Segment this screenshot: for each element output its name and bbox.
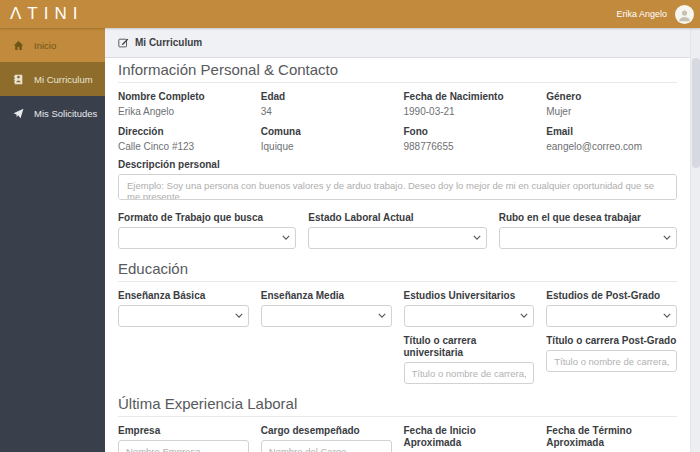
field-value: 988776655	[404, 141, 535, 153]
field-label: Fecha de Nacimiento	[404, 91, 535, 103]
experience-grid: Empresa Cargo desempeñado Fecha de Inici…	[118, 425, 677, 452]
estudios-postgrado-select[interactable]	[546, 305, 677, 327]
field-label: Estudios Universitarios	[404, 290, 535, 302]
sidebar-item-mis-solicitudes[interactable]: Mis Solicitudes	[0, 96, 105, 130]
field-estado-laboral: Estado Laboral Actual	[308, 212, 486, 249]
home-icon	[13, 40, 24, 51]
field-titulo-universitario: Título o carrera universitaria	[404, 335, 535, 384]
work-preference-selects: Formato de Trabajo que busca Estado Labo…	[118, 212, 677, 249]
field-fono: Fono 988776655	[404, 126, 535, 153]
titulo-postgrado-input[interactable]	[546, 350, 677, 372]
breadcrumb: Mi Curriculum	[105, 28, 690, 58]
field-value: 34	[261, 106, 392, 118]
field-label: Fono	[404, 126, 535, 138]
personal-fields-grid: Nombre Completo Erika Angelo Edad 34 Fec…	[118, 91, 677, 153]
field-label: Formato de Trabajo que busca	[118, 212, 296, 224]
field-ensenanza-media: Enseñanza Media	[261, 290, 392, 327]
field-label: Fecha de Inicio Aproximada	[404, 425, 535, 449]
field-label: Edad	[261, 91, 392, 103]
descripcion-personal-label: Descripción personal	[118, 159, 677, 171]
person-icon	[678, 9, 691, 22]
ensenanza-basica-select[interactable]	[118, 305, 249, 327]
field-comuna: Comuna Iquique	[261, 126, 392, 153]
app-logo: ΛTINI	[0, 0, 83, 28]
field-label: Email	[546, 126, 677, 138]
descripcion-personal-textarea[interactable]	[118, 174, 677, 200]
field-rubo: Rubo en el que desea trabajar	[499, 212, 677, 249]
edit-icon	[118, 37, 129, 48]
field-value: Erika Angelo	[118, 106, 249, 118]
field-edad: Edad 34	[261, 91, 392, 118]
sidebar-item-label: Mi Curriculum	[34, 74, 93, 85]
header-user-area: Erika Angelo	[616, 5, 700, 24]
field-email: Email eangelo@correo.com	[546, 126, 677, 153]
field-formato-trabajo: Formato de Trabajo que busca	[118, 212, 296, 249]
field-cargo: Cargo desempeñado	[261, 425, 392, 452]
formato-trabajo-select[interactable]	[118, 227, 296, 249]
field-nombre-completo: Nombre Completo Erika Angelo	[118, 91, 249, 118]
field-label: Nombre Completo	[118, 91, 249, 103]
estudios-universitarios-select[interactable]	[404, 305, 535, 327]
field-value: Calle Cinco #123	[118, 141, 249, 153]
field-value: eangelo@correo.com	[546, 141, 677, 153]
section-title-experiencia: Última Experiencia Laboral	[118, 392, 677, 417]
scrollbar-thumb[interactable]	[692, 58, 700, 168]
field-label: Estado Laboral Actual	[308, 212, 486, 224]
paper-plane-icon	[13, 108, 24, 119]
field-label: Rubo en el que desea trabajar	[499, 212, 677, 224]
vertical-scrollbar[interactable]	[690, 28, 700, 452]
field-label: Enseñanza Básica	[118, 290, 249, 302]
top-header: ΛTINI Erika Angelo	[0, 0, 700, 28]
sidebar: Inicio Mi Curriculum Mis Solicitudes	[0, 28, 105, 452]
section-title-personal: Información Personal & Contacto	[118, 58, 677, 83]
field-label: Fecha de Término Aproximada	[546, 425, 677, 449]
sidebar-item-mi-curriculum[interactable]: Mi Curriculum	[0, 62, 105, 96]
sidebar-item-label: Mis Solicitudes	[34, 108, 97, 119]
field-genero: Género Mujer	[546, 91, 677, 118]
user-avatar[interactable]	[675, 5, 694, 24]
sidebar-item-inicio[interactable]: Inicio	[0, 28, 105, 62]
ensenanza-media-select[interactable]	[261, 305, 392, 327]
field-direccion: Dirección Calle Cinco #123	[118, 126, 249, 153]
field-value: Iquique	[261, 141, 392, 153]
curriculum-icon	[13, 74, 24, 85]
cargo-input[interactable]	[261, 440, 392, 452]
app-window: ΛTINI Erika Angelo Inicio Mi Curriculum	[0, 0, 700, 452]
field-ensenanza-basica: Enseñanza Básica	[118, 290, 249, 327]
field-estudios-postgrado: Estudios de Post-Grado	[546, 290, 677, 327]
field-fecha-inicio: Fecha de Inicio Aproximada dd/mm/aaaa	[404, 425, 535, 452]
titulo-universitario-input[interactable]	[404, 362, 535, 384]
field-label: Empresa	[118, 425, 249, 437]
field-value: Mujer	[546, 106, 677, 118]
field-estudios-universitarios: Estudios Universitarios	[404, 290, 535, 327]
field-fecha-termino: Fecha de Término Aproximada dd/mm/aaaa	[546, 425, 677, 452]
field-label: Título o carrera Post-Grado	[546, 335, 677, 347]
field-empresa: Empresa	[118, 425, 249, 452]
estado-laboral-select[interactable]	[308, 227, 486, 249]
empresa-input[interactable]	[118, 440, 249, 452]
field-label: Título o carrera universitaria	[404, 335, 535, 359]
field-label: Comuna	[261, 126, 392, 138]
field-label: Género	[546, 91, 677, 103]
field-label: Dirección	[118, 126, 249, 138]
field-label: Estudios de Post-Grado	[546, 290, 677, 302]
main-content: Información Personal & Contacto Nombre C…	[105, 58, 690, 452]
rubo-select[interactable]	[499, 227, 677, 249]
sidebar-item-label: Inicio	[34, 40, 56, 51]
breadcrumb-label: Mi Curriculum	[135, 37, 202, 48]
field-value: 1990-03-21	[404, 106, 535, 118]
section-title-educacion: Educación	[118, 257, 677, 282]
field-label: Enseñanza Media	[261, 290, 392, 302]
field-label: Cargo desempeñado	[261, 425, 392, 437]
field-titulo-postgrado: Título o carrera Post-Grado	[546, 335, 677, 384]
education-grid: Enseñanza Básica Enseñanza Media Estudio…	[118, 290, 677, 384]
field-fecha-nacimiento: Fecha de Nacimiento 1990-03-21	[404, 91, 535, 118]
user-name[interactable]: Erika Angelo	[616, 9, 667, 19]
